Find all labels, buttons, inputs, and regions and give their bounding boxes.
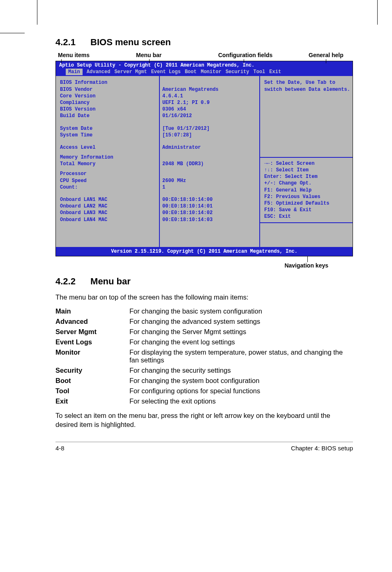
- nav-key: F2: Previous Values: [264, 194, 350, 200]
- left-item: Count:: [60, 184, 157, 191]
- nav-key: +/-: Change Opt.: [264, 180, 350, 187]
- left-item: BIOS Vendor: [60, 86, 157, 93]
- annot-nav-keys: Navigation keys: [55, 262, 353, 269]
- nav-key: →←: Select Screen: [264, 160, 350, 167]
- left-item: CPU Speed: [60, 178, 157, 184]
- mid-value: UEFI 2.1; PI 0.9: [162, 99, 257, 106]
- help-text: Set the Date, Use Tab to: [264, 79, 350, 86]
- left-item[interactable]: System Time: [60, 132, 157, 138]
- menubar-definition-list: MainFor changing the basic system config…: [55, 307, 353, 405]
- left-heading: Memory Information: [60, 154, 157, 161]
- nav-key: F10: Save & Exit: [264, 207, 350, 213]
- desc: For configuring options for special func…: [129, 387, 353, 395]
- tab-exit[interactable]: Exit: [269, 69, 281, 75]
- mid-value: 4.6.4.1: [162, 93, 257, 99]
- nav-key: ESC: Exit: [264, 213, 350, 220]
- help-text: switch between Data elements.: [264, 86, 350, 93]
- section-number: 4.2.2: [55, 276, 76, 286]
- term: Monitor: [55, 348, 129, 364]
- nav-key: Enter: Select Item: [264, 173, 350, 180]
- desc: For selecting the exit options: [129, 397, 353, 405]
- left-item: Onboard LAN2 MAC: [60, 203, 157, 210]
- left-item: Total Memory: [60, 161, 157, 167]
- left-item: BIOS Version: [60, 106, 157, 113]
- mid-value: American Megatrends: [162, 86, 257, 93]
- left-item: Onboard LAN3 MAC: [60, 210, 157, 216]
- annot-menu-bar: Menu bar: [136, 52, 161, 58]
- bios-footer: Version 2.15.1219. Copyright (C) 2011 Am…: [56, 247, 353, 256]
- bios-left-pane: BIOS Information BIOS Vendor Core Versio…: [56, 76, 160, 247]
- term: Server Mgmt: [55, 328, 129, 336]
- page-number: 4-8: [55, 445, 65, 452]
- desc: For changing the system boot configurati…: [129, 377, 353, 385]
- mid-value: 2600 MHz: [162, 178, 257, 184]
- left-item: Compliancy: [60, 99, 157, 106]
- bios-header: Aptio Setup Utility - Copyright (C) 2011…: [56, 61, 353, 69]
- left-item[interactable]: System Date: [60, 125, 157, 132]
- mid-value: 1: [162, 184, 257, 191]
- desc: For changing the basic system configurat…: [129, 307, 353, 315]
- annot-menu-items: Menu items: [58, 52, 90, 58]
- left-item: Onboard LAN4 MAC: [60, 217, 157, 223]
- section-title: BIOS menu screen: [90, 37, 171, 47]
- bios-screenshot: Aptio Setup Utility - Copyright (C) 2011…: [55, 61, 353, 256]
- term: Tool: [55, 387, 129, 395]
- section-heading-1: 4.2.1 BIOS menu screen: [55, 37, 353, 48]
- tab-main[interactable]: Main: [66, 69, 83, 75]
- tab-boot[interactable]: Boot: [185, 69, 197, 75]
- bios-tabs: Main Advanced Server Mgmt Event Logs Boo…: [56, 69, 353, 76]
- mid-value: 00:E0:18:10:14:02: [162, 210, 257, 216]
- tab-advanced[interactable]: Advanced: [87, 69, 111, 75]
- left-heading: BIOS Information: [60, 79, 157, 86]
- page-footer: 4-8 Chapter 4: BIOS setup: [55, 442, 353, 452]
- mid-value: 00:E0:18:10:14:00: [162, 196, 257, 203]
- tab-security[interactable]: Security: [226, 69, 249, 75]
- term: Advanced: [55, 318, 129, 325]
- menubar-intro: The menu bar on top of the screen has th…: [55, 293, 353, 302]
- desc: For displaying the system temperature, p…: [129, 348, 353, 364]
- term: Event Logs: [55, 338, 129, 346]
- left-item: Build Date: [60, 113, 157, 119]
- tab-monitor[interactable]: Monitor: [201, 69, 221, 75]
- annot-config-fields: Configuration fields: [218, 52, 272, 58]
- bios-help-pane: Set the Date, Use Tab to switch between …: [260, 76, 353, 247]
- annot-general-help: General help: [309, 52, 344, 58]
- desc: For changing the event log settings: [129, 338, 353, 346]
- annotation-row: Menu items Menu bar Configuration fields…: [55, 52, 353, 58]
- mid-value: 2048 MB (DDR3): [162, 161, 257, 167]
- mid-value: 00:E0:18:10:14:03: [162, 217, 257, 223]
- mid-value: Administrator: [162, 144, 257, 151]
- tab-tool[interactable]: Tool: [254, 69, 265, 75]
- mid-value: 00:E0:18:10:14:01: [162, 203, 257, 210]
- left-item: Processor: [60, 171, 157, 177]
- left-item: Onboard LAN1 MAC: [60, 196, 157, 203]
- term: Exit: [55, 397, 129, 405]
- desc: For changing the advanced system setting…: [129, 318, 353, 325]
- chapter-label: Chapter 4: BIOS setup: [291, 445, 353, 452]
- nav-key: ↑↓: Select Item: [264, 167, 350, 173]
- mid-value[interactable]: [Tue 01/17/2012]: [162, 125, 257, 132]
- term: Boot: [55, 377, 129, 385]
- desc: For changing the Server Mgmt settings: [129, 328, 353, 336]
- left-item: Access Level: [60, 144, 157, 151]
- menubar-note: To select an item on the menu bar, press…: [55, 411, 353, 429]
- term: Security: [55, 367, 129, 374]
- mid-value[interactable]: [15:07:28]: [162, 132, 257, 138]
- mid-value: 01/16/2012: [162, 113, 257, 119]
- desc: For changing the security settings: [129, 367, 353, 374]
- section-number: 4.2.1: [55, 37, 76, 47]
- left-item: Core Version: [60, 93, 157, 99]
- mid-value: 0306 x64: [162, 106, 257, 113]
- nav-key: F5: Optimized Defaults: [264, 200, 350, 207]
- bios-mid-pane: American Megatrends 4.6.4.1 UEFI 2.1; PI…: [160, 76, 260, 247]
- tab-server-mgmt[interactable]: Server Mgmt: [114, 69, 147, 75]
- term: Main: [55, 307, 129, 315]
- tab-event-logs[interactable]: Event Logs: [151, 69, 181, 75]
- section-heading-2: 4.2.2 Menu bar: [55, 276, 353, 287]
- section-title: Menu bar: [90, 276, 131, 286]
- nav-key: F1: General Help: [264, 187, 350, 194]
